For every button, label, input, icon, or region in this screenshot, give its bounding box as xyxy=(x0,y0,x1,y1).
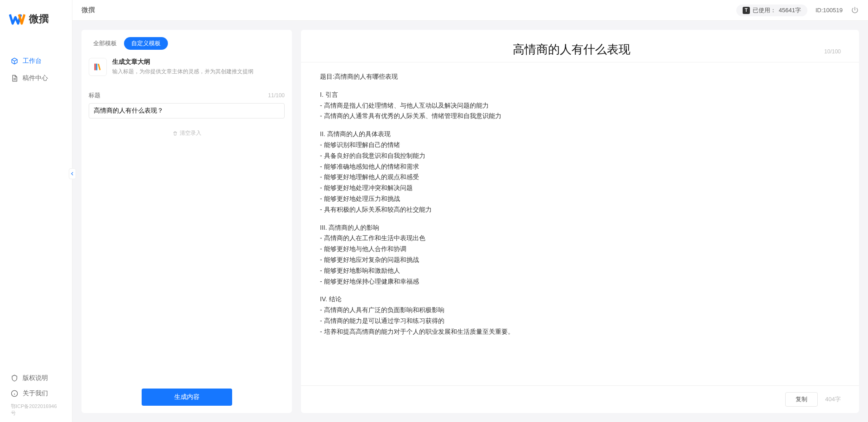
sidebar: 微撰 工作台 稿件中心 版权说明 xyxy=(0,0,72,422)
tab-all-templates[interactable]: 全部模板 xyxy=(86,37,124,50)
title-char-count: 11/100 xyxy=(268,92,285,99)
nav-item-drafts[interactable]: 稿件中心 xyxy=(0,70,72,87)
chevron-left-icon xyxy=(70,171,75,176)
books-icon xyxy=(89,58,107,76)
output-char-count: 404字 xyxy=(825,395,841,403)
panel-output: 高情商的人有什么表现 10/100 题目:高情商的人有哪些表现I. 引言 - 高… xyxy=(301,30,859,413)
output-title-count: 10/100 xyxy=(824,48,841,55)
nav-item-label: 稿件中心 xyxy=(23,74,48,82)
nav-item-label: 工作台 xyxy=(23,57,42,65)
usage-label: 已使用： xyxy=(753,6,776,14)
nav-item-label: 关于我们 xyxy=(23,389,48,398)
nav-item-label: 版权说明 xyxy=(23,374,48,382)
output-paragraph: III. 高情商的人的影响 - 高情商的人在工作和生活中表现出色 - 能够更好地… xyxy=(320,223,840,287)
nav-item-copyright[interactable]: 版权说明 xyxy=(0,370,72,386)
output-body[interactable]: 题目:高情商的人有哪些表现I. 引言 - 高情商是指人们处理情绪、与他人互动以及… xyxy=(301,62,859,385)
nav-main: 工作台 稿件中心 xyxy=(0,34,72,370)
output-header: 高情商的人有什么表现 10/100 xyxy=(301,30,859,62)
output-paragraph: II. 高情商的人的具体表现 - 能够识别和理解自己的情绪 - 具备良好的自我意… xyxy=(320,129,840,215)
template-info: 生成文章大纲 输入标题，为你提供文章主体的灵感，并为其创建推文提纲 xyxy=(81,56,292,83)
nav-item-about[interactable]: 关于我们 xyxy=(0,386,72,401)
template-tabs: 全部模板 自定义模板 xyxy=(81,30,292,56)
generate-button[interactable]: 生成内容 xyxy=(142,389,232,406)
icp-text: 鄂ICP备2022016946号 xyxy=(0,401,72,420)
info-icon xyxy=(11,390,18,397)
usage-pill[interactable]: T 已使用： 45641字 xyxy=(736,5,807,16)
output-paragraph: 题目:高情商的人有哪些表现 xyxy=(320,71,840,82)
user-id: ID:100519 xyxy=(816,7,843,14)
output-paragraph: I. 引言 - 高情商是指人们处理情绪、与他人互动以及解决问题的能力 - 高情商… xyxy=(320,90,840,122)
cube-icon xyxy=(11,57,18,65)
page-title: 微撰 xyxy=(81,6,95,14)
logo-icon xyxy=(9,11,25,27)
logo: 微撰 xyxy=(0,0,72,34)
sidebar-collapse-button[interactable] xyxy=(69,168,76,179)
t-badge-icon: T xyxy=(743,7,750,14)
tab-custom-templates[interactable]: 自定义模板 xyxy=(124,37,168,50)
panel-input: 全部模板 自定义模板 生成文章大纲 输入标题，为你提供文章主体的灵感，并为其创建… xyxy=(81,30,292,413)
output-paragraph: IV. 结论 - 高情商的人具有广泛的负面影响和积极影响 - 高情商的能力是可以… xyxy=(320,294,840,337)
template-title: 生成文章大纲 xyxy=(112,58,253,66)
trash-icon xyxy=(172,131,178,136)
usage-value: 45641字 xyxy=(779,6,801,14)
output-footer: 复制 404字 xyxy=(301,385,859,413)
field-label-title: 标题 11/100 xyxy=(89,91,285,100)
nav-item-workspace[interactable]: 工作台 xyxy=(0,52,72,70)
shield-icon xyxy=(11,375,18,382)
output-title: 高情商的人有什么表现 xyxy=(319,42,824,57)
document-icon xyxy=(11,75,18,82)
power-icon xyxy=(851,6,859,14)
template-desc: 输入标题，为你提供文章主体的灵感，并为其创建推文提纲 xyxy=(112,68,253,76)
logo-text: 微撰 xyxy=(29,12,49,26)
clear-input-button[interactable]: 清空录入 xyxy=(89,119,285,148)
power-button[interactable] xyxy=(851,6,859,14)
nav-footer: 版权说明 关于我们 鄂ICP备2022016946号 xyxy=(0,370,72,422)
title-input[interactable] xyxy=(89,103,285,119)
copy-button[interactable]: 复制 xyxy=(785,392,818,407)
topbar: 微撰 T 已使用： 45641字 ID:100519 xyxy=(72,0,868,21)
